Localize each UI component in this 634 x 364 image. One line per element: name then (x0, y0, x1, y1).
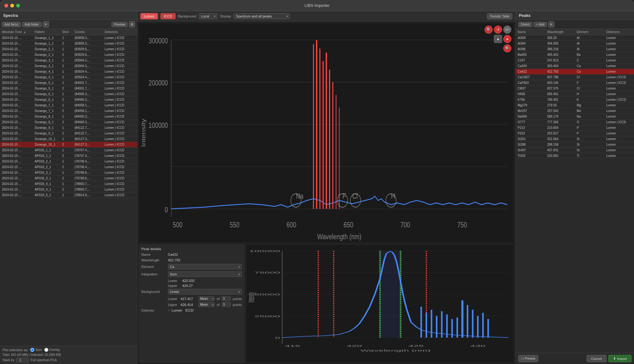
stack-by-input[interactable] (16, 358, 29, 362)
peaks-list-item[interactable]: CaCl607 607.788 Cl Lumen | ICCD (516, 75, 634, 80)
cancel-btn[interactable]: Cancel (587, 355, 607, 362)
integration-select[interactable]: Sum Max Mean (168, 271, 242, 277)
table-row[interactable]: 2024-02-15 ... Durango_6_1 1 (84066.3,..… (0, 91, 137, 97)
peaks-list-item[interactable]: P253 253.527 P Lumen (516, 131, 634, 136)
table-row[interactable]: 2024-02-15 ... AP018_1_1 1 (78707.4,... … (0, 148, 137, 153)
table-row[interactable]: 2024-02-15 ... Durango_4_1 1 (83924.4,..… (0, 69, 137, 75)
table-row[interactable]: 2024-02-15 ... Durango_3_1 1 (83994.2,..… (0, 58, 137, 63)
zoom-10-btn[interactable]: 10° (503, 26, 511, 34)
lumen-check[interactable]: ✓ Lumen (168, 308, 182, 312)
overlay-radio[interactable]: Overlay (44, 348, 60, 352)
peaks-list-item[interactable]: Ti333 333.891 Ti Lumen (516, 153, 634, 159)
upper-points-input[interactable] (222, 302, 231, 307)
table-row[interactable]: 2024-02-15 ... AP018_5_1 1 (78914.9,... … (0, 192, 137, 198)
minimize-button[interactable] (10, 4, 14, 7)
import-btn[interactable]: ⬇ ⬇ Import Import (608, 355, 632, 362)
table-row[interactable]: 2024-02-15 ... Durango_5_1 2 (84001.7,..… (0, 86, 137, 91)
element-select[interactable]: Ca Al Fe (168, 264, 242, 269)
maximize-button[interactable] (16, 4, 20, 7)
table-row[interactable]: 2024-02-15 ... Durango_6_1 2 (84066.3,..… (0, 97, 137, 103)
lower-points-input[interactable] (222, 296, 231, 301)
peaks-list-item[interactable]: Ba455 455.452 Ba Lumen (516, 52, 634, 58)
peaks-list-item[interactable]: K766 766.481 K Lumen | ICCD (516, 97, 634, 103)
col-shot[interactable]: Shot (60, 29, 73, 35)
peaks-table-container[interactable]: Name Wavelength Element Detectors Al309 … (516, 29, 634, 353)
table-row[interactable]: 2024-02-15 ... Durango_5_1 1 (84001.7,..… (0, 80, 137, 86)
table-row[interactable]: 2024-02-15 ... Durango_4_1 2 (83924.4,..… (0, 75, 137, 80)
background-det-select[interactable]: Linear None Constant (168, 289, 242, 294)
col-detectors[interactable]: Detectors (103, 29, 137, 35)
peaks-list-item[interactable]: Ca393 393.404 Ca Lumen (516, 63, 634, 69)
table-row[interactable]: 2024-02-15 ... Durango_2_1 1 (83929.6,..… (0, 46, 137, 52)
add-peak-btn[interactable]: + Add (534, 22, 547, 27)
table-row[interactable]: 2024-02-15 ... Durango_9_1 1 (84122.7,..… (0, 125, 137, 131)
peaks-list-item[interactable]: C247 247.813 C Lumen (516, 58, 634, 63)
peaks-list-item[interactable]: Sr407 407.831 Sr Lumen (516, 148, 634, 153)
peaks-list-item[interactable]: Si288 288.158 Si Lumen (516, 142, 634, 148)
lower-mean-select[interactable]: Mean Median (198, 296, 215, 301)
peaks-list-item[interactable]: CaF603 603.145 F Lumen | ICCD (516, 80, 634, 86)
search-btn[interactable]: 🔍 (503, 44, 511, 52)
peaks-col-name[interactable]: Name (516, 29, 545, 35)
peaks-list-item[interactable]: Mg279 279.55 Mg Lumen (516, 103, 634, 108)
add-folder-button[interactable]: Add folder (22, 22, 41, 27)
table-row[interactable]: 2024-02-15 ... AP018_3_1 2 (78789.6,... … (0, 176, 137, 181)
col-pattern[interactable]: Pattern (33, 29, 60, 35)
close-button[interactable] (4, 4, 8, 7)
table-row[interactable]: 2024-02-15 ... AP018_1_1 2 (78707.4,... … (0, 153, 137, 159)
table-row[interactable]: 2024-02-15 ... AP018_3_1 1 (78789.6,... … (0, 170, 137, 176)
table-row[interactable]: 2024-02-15 ... Durango_7_1 1 (84058.1,..… (0, 103, 137, 108)
reset-btn[interactable]: ↺ (494, 26, 502, 34)
iccd-detector-btn[interactable]: ICCD (160, 13, 176, 19)
detect-btn[interactable]: Detect (518, 22, 532, 27)
table-row[interactable]: 2024-02-15 ... Durango_9_1 2 (84122.7,..… (0, 131, 137, 136)
table-row[interactable]: 2024-02-15 ... AP018_2_1 1 (78708.4,... … (0, 159, 137, 164)
upper-mean-select[interactable]: Mean Median (198, 302, 215, 307)
peaks-col-wavelength[interactable]: Wavelength (545, 29, 575, 35)
peaks-list-item[interactable]: Al396 396.218 Al Lumen (516, 46, 634, 52)
table-row[interactable]: 2024-02-15 ... Durango_8_1 1 (84060.3,..… (0, 114, 137, 119)
table-row[interactable]: 2024-02-15 ... Durango_1_1 2 (83858.3,..… (0, 41, 137, 46)
col-coords[interactable]: Coords. (73, 29, 103, 35)
periodic-table-btn[interactable]: Periodic Table (487, 13, 512, 19)
background-select[interactable]: Local Global (199, 13, 217, 19)
stop-btn[interactable]: ■ (494, 35, 502, 43)
table-row[interactable]: 2024-02-15 ... Durango_7_1 2 (84058.1,..… (0, 108, 137, 114)
peaks-col-element[interactable]: Element (575, 29, 605, 35)
peaks-list-item[interactable]: O777 777.266 O Lumen | ICCD (516, 119, 634, 125)
remove-button[interactable]: ✕ (43, 21, 49, 27)
table-row[interactable]: 2024-02-15 ... AP018_4_1 2 (78850.7,... … (0, 187, 137, 192)
col-time[interactable]: Absolute Time ▲ (0, 29, 33, 35)
table-row[interactable]: 2024-02-15 ... Durango_10_1 2 (84127.3,.… (0, 142, 137, 148)
peaks-list-item[interactable]: Ca422 422.755 Ca Lumen (516, 69, 634, 75)
peaks-list-item[interactable]: P213 213.654 P Lumen (516, 125, 634, 131)
peaks-list-item[interactable]: Al309 309.25 Al Lumen (516, 35, 634, 41)
iccd-check[interactable]: ICCD (185, 308, 194, 312)
peaks-list-item[interactable]: H656 656.461 H Lumen (516, 91, 634, 97)
table-row[interactable]: 2024-02-15 ... Durango_1_1 1 (83858.3,..… (0, 35, 137, 41)
filter-button[interactable]: ⚙ (129, 21, 135, 27)
display-select[interactable]: Spectrum and all peaks Spectrum only (234, 13, 290, 19)
zoom-in-btn[interactable]: 🔍 (485, 26, 493, 34)
peaks-list-item[interactable]: Cl837 837.575 Cl Lumen (516, 86, 634, 91)
peaks-list-item[interactable]: Al394 394.505 Al Lumen (516, 41, 634, 46)
table-row[interactable]: 2024-02-15 ... AP018_4_1 1 (78850.7,... … (0, 181, 137, 187)
table-row[interactable]: 2024-02-15 ... Durango_2_1 2 (83929.6,..… (0, 52, 137, 58)
peaks-list-item[interactable]: Mn257 257.542 Mn Lumen (516, 108, 634, 114)
lumen-detector-btn[interactable]: Lumen (140, 13, 158, 19)
peaks-list-item[interactable]: Si251 251.564 Si Lumen (516, 136, 634, 142)
spectra-table-container[interactable]: Absolute Time ▲ Pattern Shot Coords. Det… (0, 29, 137, 346)
add-files-button[interactable]: Add file(s) (2, 22, 21, 27)
preview-button[interactable]: Preview (111, 22, 128, 27)
remove-peak-btn[interactable]: ✕ (548, 21, 554, 27)
peaks-col-detectors[interactable]: Detectors (604, 29, 634, 35)
table-row[interactable]: 2024-02-15 ... Durango_8_1 2 (84060.3,..… (0, 119, 137, 125)
table-row[interactable]: 2024-02-15 ... Durango_3_1 2 (83994.2,..… (0, 63, 137, 69)
record-btn[interactable]: ● (503, 35, 511, 43)
presets-btn[interactable]: ⬡ Presets (518, 355, 538, 362)
table-row[interactable]: 2024-02-15 ... Durango_10_1 1 (84127.3,.… (0, 136, 137, 142)
peaks-list-item[interactable]: Na589 589.174 Na Lumen (516, 114, 634, 119)
peak-name: Mn257 (516, 108, 545, 114)
sum-radio[interactable]: Sum (30, 348, 42, 352)
table-row[interactable]: 2024-02-15 ... AP018_2_1 2 (78708.4,... … (0, 164, 137, 170)
